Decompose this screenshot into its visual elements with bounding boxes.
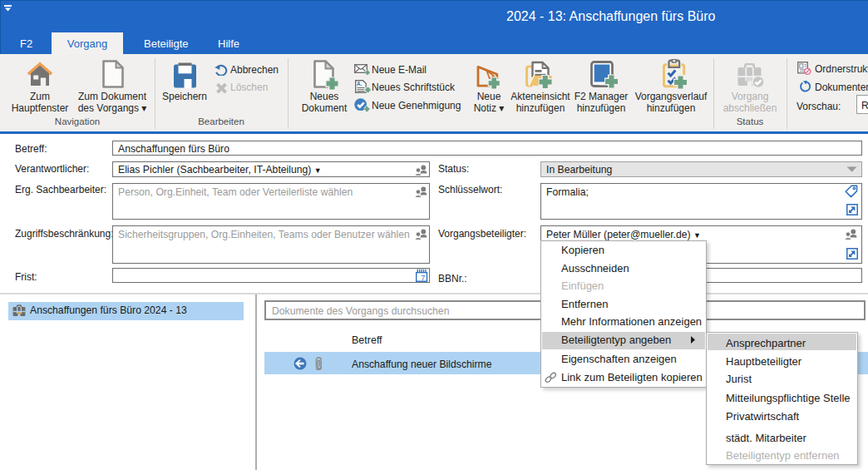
svg-text:7: 7	[422, 274, 426, 282]
svg-text:A.: A.	[357, 81, 362, 87]
